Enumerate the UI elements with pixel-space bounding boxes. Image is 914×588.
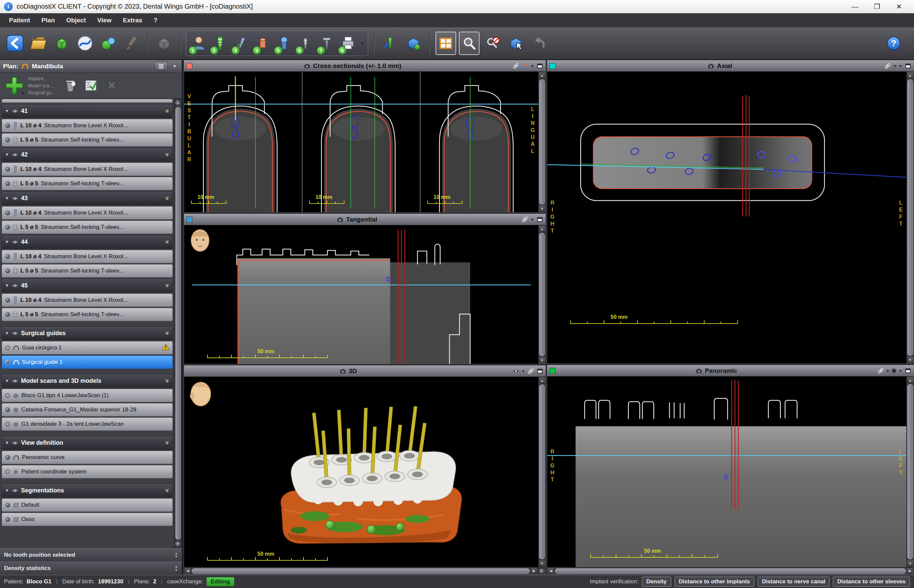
visibility-icon[interactable] (12, 153, 18, 157)
add-dropdown-icon[interactable]: ▼ (21, 91, 25, 95)
tree-scrollbar[interactable]: ▲ ▼ (174, 99, 182, 548)
tangential-header[interactable]: Tangential ▼ (184, 214, 546, 225)
collapse-chevron-icon[interactable]: » (165, 441, 170, 444)
surgical-guide-item[interactable]: Guia cirúrgico 1 (2, 341, 173, 354)
editing-badge[interactable]: Editing (206, 577, 234, 586)
3d-settings-gear-icon[interactable]: ⚙ (538, 568, 545, 574)
dropdown-icon[interactable]: ▼ (522, 369, 525, 373)
scroll-down-button[interactable]: ▼ (907, 560, 914, 567)
crosshair-icon[interactable]: ⊕ (892, 367, 896, 374)
sleeve-item[interactable]: L 5 ø 5 Straumann Self-locking T-sleev..… (2, 264, 173, 278)
collapse-arrow-icon[interactable]: ▼ (5, 440, 9, 445)
edit-tool-icon[interactable] (122, 32, 142, 55)
panoramic-scrollbar[interactable]: ▲ ▼ (906, 376, 914, 567)
maximize-view-icon[interactable] (536, 368, 543, 375)
link-icon[interactable] (522, 216, 528, 223)
scroll-down-button[interactable]: ▼ (907, 357, 914, 363)
archive-tool-icon[interactable] (154, 32, 174, 55)
scroll-up-button[interactable]: ▲ (539, 377, 546, 384)
workflow-dropdown-icon[interactable]: ▼ (359, 41, 366, 46)
scroll-thumb[interactable] (908, 384, 913, 559)
checklist-button[interactable] (82, 76, 100, 95)
radio-icon[interactable] (5, 123, 10, 128)
camera-icon[interactable] (708, 63, 714, 69)
model-scan-item[interactable]: G1 densidade 3 - 2a tent LowerJawScan (2, 417, 173, 431)
collapse-arrow-icon[interactable]: ▼ (5, 283, 9, 288)
implant-item[interactable]: L 10 ø 4 Straumann Bone Level X Roxol... (2, 206, 173, 220)
collapse-arrow-icon[interactable]: ▼ (5, 331, 9, 336)
menu-object[interactable]: Object (60, 15, 91, 26)
workflow-patient-data[interactable]: 1 (188, 32, 209, 55)
camera-icon[interactable] (339, 368, 346, 375)
verification-implant-distance-button[interactable]: Distance to other implants (674, 577, 754, 587)
segmentation-item[interactable]: Default (2, 498, 173, 512)
scroll-left-button[interactable]: ◀ (185, 568, 191, 574)
radio-icon[interactable] (5, 210, 10, 216)
radio-icon[interactable] (5, 393, 10, 398)
spheres-tool-icon[interactable] (98, 32, 119, 55)
spinner-icon[interactable]: ▲▼ (175, 552, 178, 558)
scroll-thumb[interactable] (555, 569, 906, 573)
viewport-color-tag[interactable] (549, 368, 556, 374)
3d-horizontal-scrollbar[interactable]: ◀ ▶ ⚙ (184, 567, 546, 574)
help-button[interactable]: ? (883, 32, 904, 55)
scan-import-icon[interactable] (51, 32, 72, 55)
collapse-arrow-icon[interactable]: ▼ (5, 488, 9, 493)
link-icon[interactable] (512, 63, 519, 69)
split-icon[interactable]: ÷ (886, 367, 889, 374)
section-segmentations[interactable]: ▼ Segmentations » (2, 483, 173, 498)
scroll-left-button[interactable]: ◀ (548, 568, 554, 574)
radio-icon[interactable] (5, 297, 10, 303)
plan-list-button[interactable] (154, 61, 168, 71)
panoramic-header[interactable]: Panoramic ÷ ⊕ ▼ (547, 365, 914, 376)
eye-icon[interactable] (512, 368, 519, 375)
verification-density-button[interactable]: Density (642, 577, 671, 587)
tangential-scrollbar[interactable]: ▲ ▼ (538, 225, 546, 364)
axial-canvas[interactable]: 50 mm (547, 72, 906, 363)
remove-tooth-button[interactable]: ✕ (103, 76, 121, 95)
segmentation-item[interactable]: Osso (2, 513, 173, 526)
dropdown-icon[interactable]: ▼ (899, 64, 902, 68)
scroll-up-button[interactable]: ▲ (907, 377, 914, 383)
viewport-color-tag[interactable] (549, 63, 556, 69)
back-button[interactable] (5, 32, 25, 55)
close-button[interactable]: ✕ (888, 3, 910, 11)
zoom-off-tool[interactable] (482, 32, 503, 55)
scroll-up-button[interactable]: ▲ (907, 72, 914, 79)
collapse-chevron-icon[interactable]: » (165, 240, 170, 244)
maximize-view-icon[interactable] (905, 367, 911, 374)
3d-header[interactable]: 3D ▼ (184, 365, 546, 377)
radio-icon[interactable] (5, 225, 10, 230)
visibility-icon[interactable] (12, 109, 18, 113)
scroll-thumb[interactable] (539, 79, 545, 205)
radio-icon[interactable] (5, 166, 10, 172)
collapse-chevron-icon[interactable]: » (165, 379, 170, 383)
dropdown-icon[interactable]: ▼ (530, 64, 534, 68)
visibility-icon[interactable] (12, 196, 18, 200)
tooth-position-bar[interactable]: No tooth position selected ▲▼ (0, 548, 182, 561)
model-cursor-tool[interactable] (506, 32, 526, 55)
verification-nerve-distance-button[interactable]: Distance to nerve canal (758, 577, 830, 587)
workflow-abutment[interactable]: 5 (274, 32, 295, 55)
dropdown-icon[interactable]: ▼ (530, 218, 534, 221)
radio-icon[interactable] (5, 502, 10, 508)
collapse-chevron-icon[interactable]: » (165, 488, 170, 492)
split-icon[interactable]: ÷ (893, 63, 896, 69)
model-scan-item[interactable]: Bloco G1.tipo 4 LowerJawScan (1) (2, 389, 173, 402)
maximize-view-icon[interactable] (905, 63, 911, 69)
cross-header[interactable]: Cross-sectionals (+/- 1.0 mm) ▼ (184, 60, 546, 72)
curve-tool-icon[interactable] (75, 32, 96, 55)
sleeve-item[interactable]: L 5 ø 5 Straumann Self-locking T-sleev..… (2, 133, 173, 147)
scroll-down-button[interactable]: ▼ (175, 541, 181, 547)
workflow-sleeves[interactable]: 4 (253, 32, 273, 55)
menu-view[interactable]: View (92, 15, 117, 26)
workflow-print[interactable]: 8 (338, 32, 358, 55)
menu-help[interactable]: ? (148, 15, 164, 26)
verification-sleeve-distance-button[interactable]: Distance to other sleeves (833, 577, 910, 587)
sleeve-item[interactable]: L 5 ø 5 Straumann Self-locking T-sleev..… (2, 308, 173, 321)
undo-tool[interactable] (529, 32, 549, 55)
viewport-color-tag[interactable] (186, 216, 193, 223)
3d-canvas[interactable]: 50 mm (184, 377, 538, 567)
workflow-implant-align[interactable]: 3 (231, 32, 252, 55)
tooth-group-42[interactable]: ▼ 42 » (2, 148, 173, 162)
